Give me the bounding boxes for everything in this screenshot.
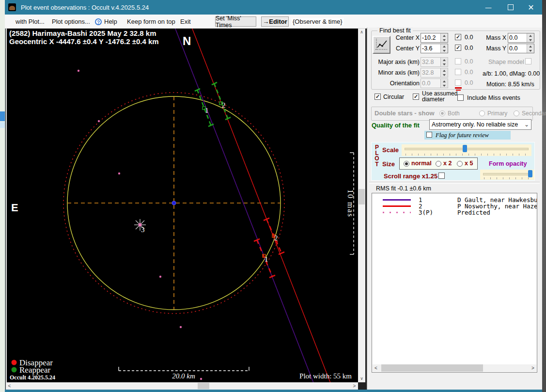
observations-listbox[interactable]: 1 D Gault, near Hawkesbur 2 P Nosworthy,… bbox=[372, 193, 537, 373]
background-selected-item bbox=[0, 111, 5, 121]
plot-vertical-scrollbar[interactable]: ∧ ∨ bbox=[358, 29, 365, 382]
disappear-dot bbox=[12, 360, 17, 365]
center-x-fit-value: 0.0 bbox=[465, 34, 473, 41]
reappear-dot bbox=[12, 367, 17, 373]
minimize-button[interactable]: — bbox=[477, 0, 499, 15]
app-icon bbox=[8, 3, 16, 11]
desktop-sliver bbox=[542, 0, 546, 392]
opacity-slider-thumb[interactable] bbox=[528, 170, 532, 177]
size-x5-label: x 5 bbox=[465, 160, 473, 167]
use-assumed-checkbox[interactable]: ✓ bbox=[413, 94, 419, 100]
size-x5-radio[interactable] bbox=[457, 161, 463, 167]
form-opacity-label[interactable]: Form opacity bbox=[489, 160, 527, 167]
include-miss-checkbox[interactable] bbox=[457, 94, 464, 101]
center-y-fit-checkbox[interactable]: ✓ bbox=[455, 45, 461, 51]
menu-exit[interactable]: Exit bbox=[180, 18, 191, 25]
double-primary-label: Primary bbox=[487, 110, 507, 117]
menu-keep-on-top[interactable]: Keep form on top bbox=[127, 18, 175, 25]
circular-checkbox[interactable]: ✓ bbox=[374, 94, 381, 100]
scroll-right-icon[interactable]: > bbox=[530, 364, 536, 372]
size-x2-label: x 2 bbox=[443, 160, 452, 167]
center-x-fit-checkbox[interactable]: ✓ bbox=[455, 34, 461, 40]
listbox-horizontal-scrollbar[interactable]: < > bbox=[373, 364, 536, 372]
scroll-right-icon[interactable]: > bbox=[351, 382, 358, 390]
size-x2-radio[interactable] bbox=[436, 161, 441, 167]
minor-axis-label: Minor axis (km) bbox=[376, 69, 420, 76]
scale-slider-ticks bbox=[406, 154, 528, 156]
chord1-reappear-segment bbox=[195, 89, 214, 126]
plot-canvas: 1 2 2 1 3 N E (2582) Harimaya-Bashi 2025… bbox=[7, 29, 358, 382]
orientation-fit-checkbox bbox=[455, 79, 461, 86]
menu-with-plot[interactable]: with Plot... bbox=[16, 18, 45, 25]
quality-label: Quality of the fit bbox=[372, 122, 420, 129]
background-window-sliver bbox=[0, 0, 5, 392]
plot-header-line2: Geocentric X -4447.6 ±0.4 Y -1476.2 ±0.4… bbox=[9, 37, 159, 46]
menu-help[interactable]: Help bbox=[104, 18, 117, 25]
plot-version: Occult 4.2025.5.24 bbox=[10, 374, 55, 381]
maximize-button[interactable] bbox=[499, 0, 522, 15]
orientation-label: Orientation bbox=[376, 80, 420, 87]
center-dot bbox=[172, 201, 176, 205]
include-miss-label: Include Miss events bbox=[467, 94, 520, 101]
major-axis-field bbox=[421, 57, 448, 67]
close-button[interactable]: ✕ bbox=[520, 0, 542, 15]
quality-combobox[interactable]: Astrometry only. No reliable size ⌄ bbox=[429, 119, 531, 130]
chevron-down-icon: ⌄ bbox=[524, 120, 529, 129]
opacity-slider-track bbox=[483, 173, 531, 175]
double-both-label: Both bbox=[448, 110, 460, 117]
set-miss-times-button[interactable]: Set 'Miss' Times bbox=[215, 16, 256, 27]
mas-scale-label: 10 mas bbox=[346, 189, 355, 218]
shape-model-label: Shape model bbox=[488, 59, 524, 65]
scroll-down-icon[interactable]: ∨ bbox=[358, 375, 365, 382]
mass-y-field[interactable] bbox=[508, 44, 534, 53]
size-normal-radio[interactable] bbox=[404, 161, 409, 167]
quality-value: Astrometry only. No reliable size bbox=[432, 121, 518, 128]
scroll-up-icon[interactable]: ∧ bbox=[358, 29, 365, 36]
center-x-label: Center X bbox=[381, 34, 420, 41]
editor-button[interactable]: →Editor bbox=[261, 16, 289, 27]
help-icon[interactable]: ? bbox=[95, 18, 102, 25]
plot-vertical-label: P L O T bbox=[374, 145, 380, 167]
major-axis-label: Major axis (km) bbox=[376, 59, 420, 65]
plot-controls-panel: P L O T Scale Size normal x 2 x 5 Form o… bbox=[371, 142, 535, 181]
scroll-range-checkbox[interactable] bbox=[438, 172, 445, 179]
observer-time-label: {Observer & time} bbox=[291, 18, 344, 25]
double-both-radio bbox=[439, 110, 445, 116]
scale-label: Scale bbox=[382, 146, 399, 154]
occultation-plot[interactable]: 1 2 2 1 3 N E (2582) Harimaya-Bashi 2025… bbox=[6, 29, 358, 382]
menu-plot-options[interactable]: Plot options... bbox=[52, 18, 90, 25]
chord2-bottom-label: 2 bbox=[274, 234, 278, 242]
maximize-icon bbox=[508, 4, 514, 10]
scale-slider[interactable] bbox=[402, 144, 531, 156]
chord1-top-label: 1 bbox=[205, 107, 209, 114]
ab-dmag-text: a/b: 1.00, dMag: 0.00 bbox=[483, 70, 540, 77]
spin-down-icon[interactable] bbox=[441, 38, 448, 42]
shape-model-checkbox bbox=[525, 58, 531, 64]
rms-fit-text: RMS fit -0.1 ±0.6 km bbox=[376, 185, 431, 192]
minor-axis-fit-value: 0.0 bbox=[465, 69, 473, 76]
vertical-scroll-thumb[interactable] bbox=[359, 189, 365, 204]
observation-row[interactable]: 3(P) Predicted bbox=[372, 209, 537, 216]
chord1-line-sample bbox=[383, 199, 411, 201]
chord1-bottom-label: 1 bbox=[265, 255, 268, 263]
orientation-fit-value: 0.0 bbox=[465, 79, 473, 86]
menu-bar: with Plot... Plot options... ? Help Keep… bbox=[5, 15, 542, 29]
scroll-left-icon[interactable]: < bbox=[373, 364, 379, 372]
mass-y-label: Mass Y bbox=[485, 45, 506, 52]
plot-horizontal-scrollbar[interactable]: < > bbox=[6, 382, 358, 390]
center-x-field[interactable] bbox=[421, 33, 448, 43]
mass-x-field[interactable] bbox=[508, 33, 534, 43]
circular-label: Circular bbox=[383, 94, 404, 100]
observation-row[interactable]: 2 P Nosworthy, near Hazel bbox=[372, 203, 537, 209]
minor-axis-field bbox=[421, 68, 448, 78]
plot-width-label: Plot width: 55 km bbox=[299, 372, 352, 380]
spin-up-icon[interactable] bbox=[441, 33, 448, 38]
center-y-field[interactable] bbox=[421, 44, 448, 53]
horizontal-scroll-thumb[interactable] bbox=[198, 383, 209, 389]
scroll-left-icon[interactable]: < bbox=[6, 382, 13, 390]
flag-review-checkbox[interactable] bbox=[426, 132, 432, 138]
listbox-scroll-thumb[interactable] bbox=[381, 364, 483, 372]
scale-slider-thumb[interactable] bbox=[463, 145, 467, 152]
mass-x-label: Mass X bbox=[485, 34, 506, 41]
form-opacity-slider[interactable] bbox=[480, 170, 534, 180]
